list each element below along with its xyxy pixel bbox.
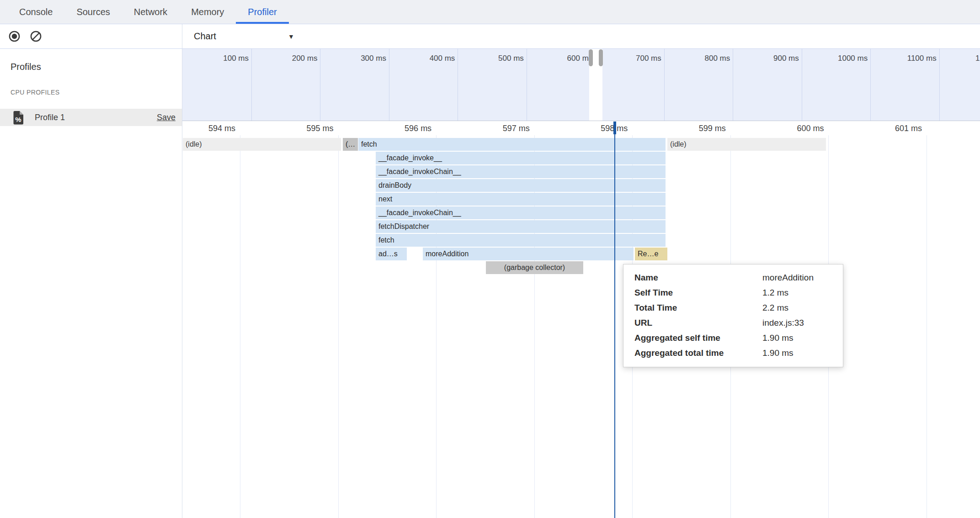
view-mode-value[interactable]: Chart bbox=[194, 24, 216, 48]
tooltip-row-label: URL bbox=[634, 315, 762, 330]
tooltip-row: Aggregated total time1.90 ms bbox=[634, 345, 832, 360]
cpu-profiles-section-label: CPU PROFILES bbox=[11, 89, 60, 96]
flame-bar[interactable]: fetch bbox=[376, 234, 666, 247]
overview-tick-label: 600 ms bbox=[524, 54, 592, 63]
tooltip-row: Total Time2.2 ms bbox=[634, 300, 832, 315]
flame-bar[interactable]: (idle) bbox=[183, 138, 341, 151]
flame-bar[interactable]: __facade_invokeChain__ bbox=[376, 206, 666, 219]
timeline-overview[interactable]: 100 ms200 ms300 ms400 ms500 ms600 ms700 … bbox=[182, 49, 980, 121]
tooltip-row: Aggregated self time1.90 ms bbox=[634, 330, 832, 345]
overview-tick-label: 200 ms bbox=[249, 54, 317, 63]
sidebar-item-profile-1[interactable]: % Profile 1 Save bbox=[0, 109, 182, 126]
ruler-tick-label: 598 ms bbox=[550, 124, 628, 133]
overview-tick-label: 100 ms bbox=[182, 54, 249, 63]
tooltip-row: Self Time1.2 ms bbox=[634, 285, 832, 300]
flame-bar[interactable]: next bbox=[376, 193, 666, 206]
overview-tick-label: 1200 ms bbox=[937, 54, 980, 63]
ruler-tick-label: 596 ms bbox=[354, 124, 431, 133]
frame-tooltip: NamemoreAdditionSelf Time1.2 msTotal Tim… bbox=[623, 264, 843, 367]
tooltip-row: URLindex.js:33 bbox=[634, 315, 832, 330]
sidebar-toolbar bbox=[0, 24, 182, 49]
flame-bar[interactable]: drainBody bbox=[376, 179, 666, 192]
record-icon bbox=[8, 30, 21, 42]
ruler-tick-label: 601 ms bbox=[844, 124, 922, 133]
tooltip-row: NamemoreAddition bbox=[634, 270, 832, 285]
tooltip-row-label: Name bbox=[634, 270, 762, 285]
flame-bar[interactable]: ad…s bbox=[376, 248, 407, 260]
chevron-down-icon: ▼ bbox=[288, 33, 294, 40]
profiles-header: Profiles bbox=[11, 62, 41, 72]
save-profile-link[interactable]: Save bbox=[157, 113, 176, 122]
svg-text:%: % bbox=[15, 116, 21, 123]
devtools-window: ConsoleSourcesNetworkMemoryProfiler Prof… bbox=[0, 0, 980, 518]
tab-sources[interactable]: Sources bbox=[64, 0, 122, 24]
tab-profiler[interactable]: Profiler bbox=[236, 0, 288, 24]
tooltip-row-label: Self Time bbox=[634, 285, 762, 300]
overview-tick-label: 500 ms bbox=[455, 54, 524, 63]
flame-bar[interactable]: moreAddition bbox=[423, 248, 634, 260]
tab-console[interactable]: Console bbox=[7, 0, 64, 24]
flame-bar[interactable]: (idle) bbox=[667, 138, 826, 151]
ruler-tick-label: 597 ms bbox=[452, 124, 530, 133]
ruler-tick-label: 599 ms bbox=[648, 124, 726, 133]
flame-bar[interactable]: fetchDispatcher bbox=[376, 220, 666, 233]
profile-name: Profile 1 bbox=[35, 113, 157, 122]
tooltip-row-value: index.js:33 bbox=[762, 315, 832, 330]
overview-tick-label: 300 ms bbox=[318, 54, 386, 63]
tooltip-row-label: Aggregated total time bbox=[634, 345, 762, 360]
cpu-activity-spike bbox=[656, 112, 660, 121]
flame-bar[interactable]: (garbage collector) bbox=[486, 261, 583, 274]
clear-button[interactable] bbox=[30, 30, 42, 42]
overview-tick-label: 1000 ms bbox=[799, 54, 868, 63]
overview-tick-label: 700 ms bbox=[593, 54, 661, 63]
tooltip-row-value: 1.2 ms bbox=[762, 285, 832, 300]
detail-gridline bbox=[927, 135, 927, 518]
flame-bar[interactable]: __facade_invokeChain__ bbox=[376, 165, 666, 178]
flame-bar[interactable]: Re…e bbox=[635, 248, 667, 260]
tooltip-row-label: Total Time bbox=[634, 300, 762, 315]
profiler-toolbar: Chart ▼ bbox=[182, 24, 980, 49]
playhead-handle[interactable] bbox=[613, 122, 616, 134]
flame-bar[interactable]: __facade_invoke__ bbox=[376, 152, 666, 164]
tooltip-row-value: 1.90 ms bbox=[762, 330, 832, 345]
cpu-activity-spike bbox=[591, 112, 595, 121]
detail-gridline bbox=[338, 135, 339, 518]
overview-tick-label: 800 ms bbox=[661, 54, 730, 63]
overview-tick-label: 900 ms bbox=[730, 54, 799, 63]
selection-handle-right[interactable] bbox=[599, 49, 603, 66]
detail-gridline bbox=[240, 135, 240, 518]
tab-bar: ConsoleSourcesNetworkMemoryProfiler bbox=[0, 0, 980, 24]
overview-tick-label: 1100 ms bbox=[868, 54, 937, 63]
profile-document-icon: % bbox=[13, 111, 24, 125]
tooltip-row-value: 1.90 ms bbox=[762, 345, 832, 360]
tooltip-row-label: Aggregated self time bbox=[634, 330, 762, 345]
ruler-tick-label: 595 ms bbox=[256, 124, 334, 133]
overview-tick-label: 400 ms bbox=[386, 54, 455, 63]
tooltip-row-value: moreAddition bbox=[762, 270, 832, 285]
selection-handle-left[interactable] bbox=[589, 49, 593, 66]
tab-network[interactable]: Network bbox=[122, 0, 179, 24]
sidebar: Profiles CPU PROFILES % Profile 1 Save bbox=[0, 49, 182, 518]
flame-bar[interactable]: (… bbox=[343, 138, 358, 151]
tooltip-row-value: 2.2 ms bbox=[762, 300, 832, 315]
ruler-tick-label: 600 ms bbox=[746, 124, 824, 133]
flame-bar[interactable]: fetch bbox=[358, 138, 666, 151]
tab-memory[interactable]: Memory bbox=[179, 0, 236, 24]
clear-icon bbox=[30, 30, 42, 42]
record-button[interactable] bbox=[8, 30, 21, 42]
